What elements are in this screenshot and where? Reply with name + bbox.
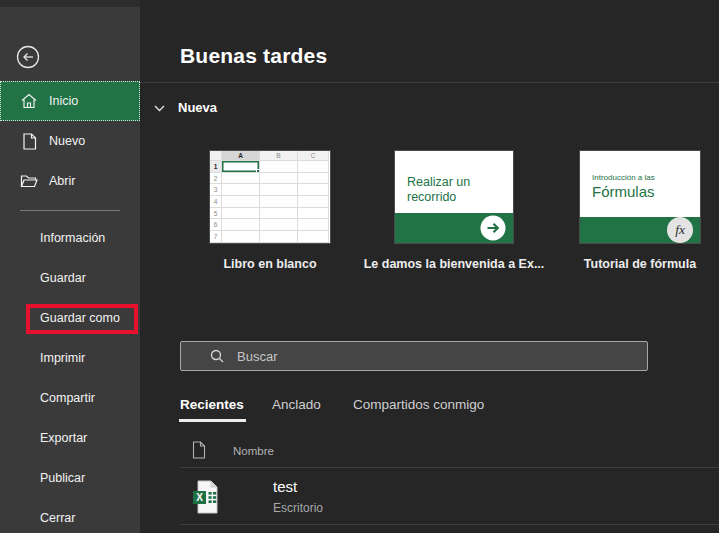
svg-text:X: X <box>196 492 203 503</box>
sidebar-item-nuevo[interactable]: Nuevo <box>0 121 140 161</box>
fill-handle <box>257 170 260 173</box>
file-row-test[interactable]: X test Escritorio <box>180 472 719 524</box>
formula-preview-title: Fórmulas <box>592 183 655 200</box>
active-tab-underline <box>179 419 246 422</box>
tab-compartidos-conmigo[interactable]: Compartidos conmigo <box>353 397 484 412</box>
greeting-heading: Buenas tardes <box>180 44 327 68</box>
sidebar-item-label: Inicio <box>49 94 78 108</box>
sidebar-item-compartir[interactable]: Compartir <box>0 378 140 418</box>
template-label-blank-workbook: Libro en blanco <box>223 257 316 271</box>
excel-backstage-window: Inicio Nuevo Abrir <box>0 0 719 533</box>
formula-preview-subtitle: Introducción a las <box>592 173 655 182</box>
search-icon <box>210 349 224 367</box>
grid-row-header: 7 <box>210 231 222 243</box>
sidebar-item-inicio[interactable]: Inicio <box>0 81 140 121</box>
grid-row-header: 3 <box>210 184 222 196</box>
sidebar-item-label: Publicar <box>40 471 85 485</box>
sidebar-item-label: Guardar <box>40 271 86 285</box>
new-section-label: Nueva <box>178 100 217 115</box>
search-input[interactable] <box>237 342 637 370</box>
list-header: Nombre <box>192 441 274 463</box>
tab-recientes[interactable]: Recientes <box>180 397 244 412</box>
grid-corner <box>210 151 222 161</box>
list-divider <box>180 467 719 468</box>
grid-col-header: A <box>222 151 260 161</box>
sidebar-item-label: Información <box>40 231 105 245</box>
grid-row-header: 6 <box>210 219 222 231</box>
selected-cell-a1 <box>222 161 260 173</box>
grid-col-header: C <box>298 151 329 161</box>
sidebar-item-label: Compartir <box>40 391 95 405</box>
sidebar-item-exportar[interactable]: Exportar <box>0 418 140 458</box>
sidebar-item-guardar[interactable]: Guardar <box>0 258 140 298</box>
sidebar-item-publicar[interactable]: Publicar <box>0 458 140 498</box>
sidebar-nav-top: Inicio Nuevo Abrir <box>0 81 140 201</box>
sidebar-divider <box>20 210 120 211</box>
sidebar-item-label: Guardar como <box>40 311 120 325</box>
chevron-down-icon <box>154 98 165 116</box>
header-divider <box>140 82 719 83</box>
grid-row-header: 2 <box>210 173 222 185</box>
grid-row-header: 5 <box>210 208 222 220</box>
new-section-header[interactable]: Nueva <box>154 98 217 116</box>
grid-row-header: 4 <box>210 196 222 208</box>
sidebar-item-informacion[interactable]: Información <box>0 218 140 258</box>
fx-badge-icon: fx <box>667 217 693 243</box>
sidebar: Inicio Nuevo Abrir <box>0 0 140 533</box>
column-header-nombre: Nombre <box>233 441 274 457</box>
home-icon <box>20 92 38 110</box>
document-icon <box>192 441 206 463</box>
sidebar-item-cerrar[interactable]: Cerrar <box>0 498 140 533</box>
spreadsheet-preview: A B C 1 2 3 4 5 6 7 <box>210 151 330 243</box>
excel-file-icon: X <box>192 480 218 518</box>
sidebar-item-abrir[interactable]: Abrir <box>0 161 140 201</box>
file-name: test <box>273 478 297 495</box>
list-divider <box>180 524 719 525</box>
titlebar-strip <box>0 0 140 7</box>
template-label-formula-tutorial: Tutorial de fórmula <box>584 257 696 271</box>
sidebar-item-label: Imprimir <box>40 351 85 365</box>
sidebar-item-label: Nuevo <box>49 134 85 148</box>
sidebar-item-label: Exportar <box>40 431 87 445</box>
new-document-icon <box>20 132 38 150</box>
template-card-formula-tutorial[interactable]: Introducción a las Fórmulas fx <box>580 151 700 243</box>
tour-preview-text: Realizar un recorrido <box>407 175 491 205</box>
template-card-welcome-tour[interactable]: Realizar un recorrido <box>395 151 513 243</box>
grid-row-header: 1 <box>210 161 222 173</box>
backstage-main: Buenas tardes Nueva A B C 1 2 <box>140 0 719 533</box>
open-folder-icon <box>20 172 38 190</box>
tab-anclado[interactable]: Anclado <box>272 397 321 412</box>
file-location: Escritorio <box>273 501 323 515</box>
sidebar-item-label: Abrir <box>49 174 75 188</box>
back-button[interactable] <box>16 45 40 69</box>
sidebar-item-label: Cerrar <box>40 511 75 525</box>
sidebar-item-guardar-como[interactable]: Guardar como <box>0 298 140 338</box>
arrow-circle-icon <box>480 215 506 241</box>
template-label-welcome-tour: Le damos la bienvenida a Ex... <box>364 257 545 271</box>
search-box <box>180 341 648 371</box>
sidebar-item-imprimir[interactable]: Imprimir <box>0 338 140 378</box>
sidebar-nav-bottom: Información Guardar Guardar como Imprimi… <box>0 218 140 533</box>
template-card-blank-workbook[interactable]: A B C 1 2 3 4 5 6 7 <box>210 151 330 243</box>
back-arrow-icon <box>16 57 40 72</box>
grid-col-header: B <box>260 151 298 161</box>
